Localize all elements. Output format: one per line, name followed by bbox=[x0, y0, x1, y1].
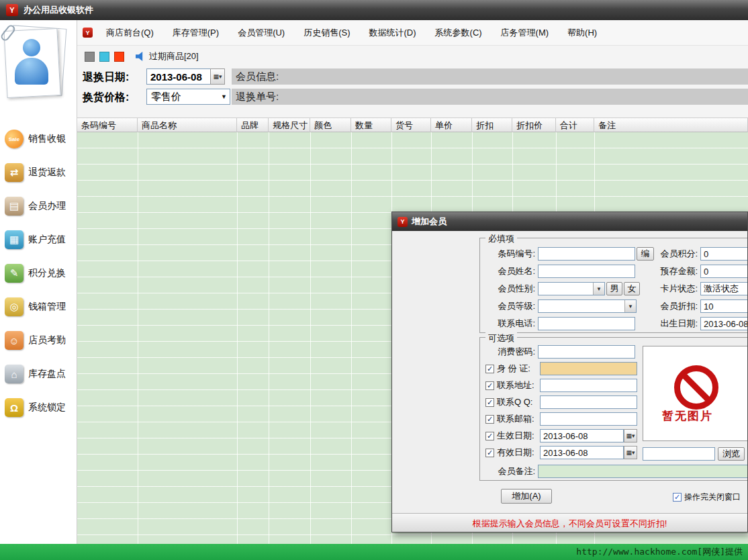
member-level-select[interactable]: ▼ bbox=[538, 299, 637, 313]
return-order-strip: 退换单号: bbox=[232, 89, 748, 105]
start-date-checkbox[interactable]: ✓ bbox=[485, 432, 494, 440]
table-header-cell[interactable]: 条码编号 bbox=[77, 118, 138, 133]
barcode-label: 条码编号: bbox=[480, 248, 538, 260]
table-header-cell[interactable]: 备注 bbox=[594, 118, 748, 133]
gender-select[interactable]: ▼ bbox=[538, 282, 605, 295]
table-header-cell[interactable]: 数量 bbox=[351, 118, 391, 133]
chevron-down-icon: ▼ bbox=[221, 93, 227, 100]
column-separator bbox=[351, 132, 352, 544]
calendar-dropdown-icon[interactable]: ▦▾ bbox=[624, 446, 637, 459]
phone-input[interactable] bbox=[538, 317, 635, 330]
return-date-input[interactable] bbox=[146, 68, 210, 85]
deposit-input[interactable] bbox=[700, 265, 748, 278]
table-header-cell[interactable]: 规格尺寸 bbox=[269, 118, 310, 133]
remark-input[interactable] bbox=[538, 465, 748, 478]
menu-item[interactable]: 会员管理(U) bbox=[228, 25, 294, 41]
member-name-input[interactable] bbox=[538, 265, 635, 278]
color-legend-square bbox=[114, 52, 124, 62]
address-input[interactable] bbox=[540, 379, 637, 392]
end-date-label: 有效日期: bbox=[497, 447, 540, 459]
menu-item[interactable]: 库存管理(P) bbox=[163, 25, 228, 41]
sidebar-item-lock[interactable]: Ω系统锁定 bbox=[0, 391, 77, 424]
table-header-cell[interactable]: 商品名称 bbox=[138, 118, 237, 133]
no-image-text: 暂无图片 bbox=[662, 408, 713, 424]
end-date-input[interactable] bbox=[540, 446, 624, 459]
end-date-checkbox[interactable]: ✓ bbox=[485, 449, 494, 457]
dialog-icon: Y bbox=[398, 217, 408, 227]
member-discount-label: 会员折扣: bbox=[657, 300, 700, 312]
app-icon: Y bbox=[6, 4, 18, 16]
sidebar-item-sale[interactable]: Sale销售收银 bbox=[0, 122, 77, 156]
sidebar-item-points[interactable]: ✎积分兑换 bbox=[0, 256, 77, 290]
dialog-titlebar[interactable]: Y 增加会员 bbox=[392, 212, 747, 231]
member-name-label: 会员姓名: bbox=[480, 265, 538, 277]
table-header: 条码编号商品名称品牌规格尺寸颜色数量货号单价折扣折扣价合计备注 bbox=[77, 118, 748, 132]
qq-checkbox[interactable]: ✓ bbox=[485, 398, 494, 407]
card-status-input[interactable] bbox=[700, 282, 748, 295]
return-refund-icon: ⇄ bbox=[5, 163, 24, 182]
member-level-label: 会员等级: bbox=[480, 300, 538, 312]
color-legend-square bbox=[99, 52, 109, 62]
color-legend-square bbox=[85, 52, 95, 62]
points-exchange-icon: ✎ bbox=[5, 264, 24, 283]
menu-item[interactable]: 店务管理(M) bbox=[492, 25, 559, 41]
speaker-icon bbox=[136, 52, 146, 62]
calendar-dropdown-icon[interactable]: ▦▾ bbox=[624, 429, 637, 442]
email-checkbox[interactable]: ✓ bbox=[485, 415, 494, 424]
qq-input[interactable] bbox=[540, 395, 637, 409]
system-lock-icon: Ω bbox=[5, 398, 24, 417]
sidebar: Sale销售收银⇄退货返款▤会员办理▦账户充值✎积分兑换◎钱箱管理☺店员考勤⌂库… bbox=[0, 20, 77, 544]
add-member-button[interactable]: 增加(A) bbox=[501, 489, 552, 504]
table-header-cell[interactable]: 合计 bbox=[556, 118, 594, 133]
id-card-checkbox[interactable]: ✓ bbox=[485, 365, 494, 373]
edit-barcode-button[interactable]: 编 bbox=[637, 247, 654, 261]
menu-item[interactable]: 帮助(H) bbox=[558, 25, 606, 41]
male-button[interactable]: 男 bbox=[606, 282, 622, 295]
menu-item[interactable]: 数据统计(D) bbox=[360, 25, 426, 41]
sidebar-item-return[interactable]: ⇄退货返款 bbox=[0, 156, 77, 189]
menu-item[interactable]: 系统参数(C) bbox=[426, 25, 492, 41]
menu-item[interactable]: 商店前台(Q) bbox=[97, 25, 163, 41]
app-logo-image bbox=[3, 24, 70, 103]
sidebar-item-member[interactable]: ▤会员办理 bbox=[0, 189, 77, 223]
table-header-cell[interactable]: 品牌 bbox=[237, 118, 269, 133]
cashbox-icon: ◎ bbox=[5, 297, 24, 316]
photo-path-input[interactable] bbox=[643, 447, 715, 461]
sidebar-item-attendance[interactable]: ☺店员考勤 bbox=[0, 324, 77, 357]
email-input[interactable] bbox=[540, 412, 637, 426]
birth-date-input[interactable] bbox=[700, 317, 748, 330]
window-titlebar[interactable]: Y 办公用品收银软件 bbox=[0, 0, 748, 20]
address-label: 联系地址: bbox=[497, 379, 540, 391]
calendar-dropdown-icon[interactable]: ▦▾ bbox=[210, 68, 225, 85]
menu-bar: Y 商店前台(Q)库存管理(P)会员管理(U)历史销售(S)数据统计(D)系统参… bbox=[77, 20, 748, 46]
return-date-picker[interactable]: ▦▾ bbox=[146, 68, 225, 85]
dialog-body: 必填项 条码编号: 编 会员积分: 会员姓名: 预存金额: bbox=[392, 231, 747, 513]
table-header-cell[interactable]: 颜色 bbox=[310, 118, 351, 133]
sidebar-item-cashbox[interactable]: ◎钱箱管理 bbox=[0, 290, 77, 324]
female-button[interactable]: 女 bbox=[624, 282, 640, 295]
sidebar-item-recharge[interactable]: ▦账户充值 bbox=[0, 223, 77, 256]
points-input[interactable] bbox=[700, 247, 748, 261]
sale-badge-icon: Sale bbox=[5, 130, 24, 148]
start-date-input[interactable] bbox=[540, 429, 624, 442]
member-discount-input[interactable] bbox=[700, 299, 748, 313]
barcode-input[interactable] bbox=[538, 247, 635, 261]
browse-button[interactable]: 浏览 bbox=[718, 447, 745, 461]
table-header-cell[interactable]: 单价 bbox=[431, 118, 472, 133]
menu-items: 商店前台(Q)库存管理(P)会员管理(U)历史销售(S)数据统计(D)系统参数(… bbox=[97, 25, 606, 41]
password-input[interactable] bbox=[538, 345, 635, 359]
sidebar-item-inventory[interactable]: ⌂库存盘点 bbox=[0, 357, 77, 391]
card-status-label: 卡片状态: bbox=[657, 283, 700, 295]
close-after-checkbox[interactable]: ✓ bbox=[673, 493, 682, 502]
table-header-cell[interactable]: 折扣 bbox=[472, 118, 512, 133]
id-card-input[interactable] bbox=[540, 362, 637, 375]
address-checkbox[interactable]: ✓ bbox=[485, 381, 494, 390]
sidebar-item-label: 账户充值 bbox=[28, 234, 66, 246]
price-type-select[interactable]: 零售价 ▼ bbox=[146, 89, 230, 105]
table-header-cell[interactable]: 货号 bbox=[391, 118, 431, 133]
birth-date-label: 出生日期: bbox=[657, 318, 700, 330]
dialog-title: 增加会员 bbox=[412, 216, 447, 228]
remark-label: 会员备注: bbox=[480, 465, 538, 477]
menu-item[interactable]: 历史销售(S) bbox=[294, 25, 359, 41]
table-header-cell[interactable]: 折扣价 bbox=[512, 118, 556, 133]
